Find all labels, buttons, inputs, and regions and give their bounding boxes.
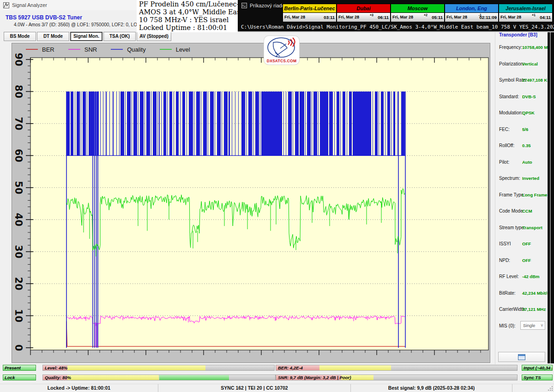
legend-swatch xyxy=(26,49,38,50)
resize-grip[interactable] xyxy=(548,386,553,391)
param-label: Pilot: xyxy=(499,160,509,165)
param-label: Spectrum: xyxy=(499,176,520,181)
legend-label: BER xyxy=(42,46,54,53)
param-value: 42,234 Mbit/s xyxy=(522,291,549,296)
param-symbol-rate: Symbol Rate:27497,108 KS/s xyxy=(495,72,548,89)
tuner-name: TBS 5927 USB DVB-S2 Tuner xyxy=(6,14,82,21)
clock-time: 04:11 xyxy=(540,15,551,20)
quality-gauge-label: Quality: 80% xyxy=(45,375,71,380)
gauge-zone-yellow xyxy=(67,365,205,370)
param-value: CCM xyxy=(522,208,532,214)
clock-date: Fri, Mar 28 xyxy=(446,15,467,19)
tab-signal-mon[interactable]: Signal Mon. xyxy=(70,32,102,41)
tab-dt-mode[interactable]: DT Mode xyxy=(37,32,69,41)
snr-gauge: SNR: 9,7 dB (Margin: 3,2 dB | Poor) xyxy=(276,374,518,380)
clock-date: Fri, Mar 28 xyxy=(500,15,521,19)
legend-label: Quality xyxy=(127,46,145,53)
param-label: Polarization: xyxy=(499,61,524,66)
param-value: OFF xyxy=(522,241,531,246)
clock-dubai: DubaiFri, Mar 28+306:11 xyxy=(337,4,391,22)
y-axis-label: 40 xyxy=(13,213,24,226)
clock-london-eng: London, EngFri, Mar 28-102:11:09 xyxy=(445,4,499,22)
param-label: Code Mode: xyxy=(499,208,524,214)
param-rolloff: RollOff:0.35 xyxy=(495,138,548,154)
legend-item-quality: Quality xyxy=(111,46,145,53)
param-fec: FEC:5/6 xyxy=(495,122,548,138)
legend-swatch xyxy=(111,49,123,50)
param-frame-type: Frame Type:Long Frame xyxy=(495,187,548,204)
param-value: 0.35 xyxy=(522,143,531,148)
note-line: PF Prodelin 450 cm/Lučenec-Slovakia xyxy=(139,0,235,8)
param-value: Vertical xyxy=(522,61,538,66)
ber-gauge: BER: 4,2E-4 xyxy=(276,365,518,371)
param-value: DVB-S xyxy=(522,94,536,99)
signal-analyzer-window: Signal Analyzer TBS 5927 USB DVB-S2 Tune… xyxy=(0,0,554,392)
gauge-zone-gray xyxy=(229,375,275,380)
legend-item-level: Level xyxy=(160,46,190,53)
y-axis-label: 30 xyxy=(13,245,24,258)
mis-select[interactable]: Single∨ xyxy=(520,321,545,330)
param-frequency: Frequency:10758,400 MHz xyxy=(495,40,548,56)
tab-bs-mode[interactable]: BS Mode xyxy=(4,32,36,41)
legend-swatch xyxy=(160,49,172,50)
clock-time: 02:11:09 xyxy=(479,15,497,20)
tab-av-stopped[interactable]: AV (Stopped) xyxy=(137,32,171,41)
param-value: Transport xyxy=(522,225,542,230)
legend-label: Level xyxy=(176,46,190,53)
status-best-signal: Best signal: 9,9 dB (2025-03-28 02:34) xyxy=(351,384,512,392)
clock-time: 06:11 xyxy=(378,15,389,20)
dxsatcs-logo: DXSATCS.COM xyxy=(264,36,299,65)
param-label: ISSYI xyxy=(499,241,511,246)
tab-tsa-ok[interactable]: TSA (OK) xyxy=(103,32,136,41)
note-line: 10 758 MHz-V : YES israel xyxy=(139,16,235,24)
window-title: Signal Analyzer xyxy=(12,2,47,8)
param-value: 37,121 MHz xyxy=(522,307,546,312)
terminal-window: Príkazový riadok Berlin-Paris-LučenecFri… xyxy=(238,0,554,32)
chevron-down-icon: ∨ xyxy=(540,321,543,329)
present-badge: Present xyxy=(3,365,36,371)
clock-city: Jerusalem-Israel xyxy=(499,4,552,13)
chart-panel: BERSNRQualityLevel 0102030405060708090 xyxy=(12,43,490,363)
terminal-titlebar[interactable]: Príkazový riadok xyxy=(241,3,287,8)
param-stream-type: Stream type:Transport xyxy=(495,220,548,237)
param-value: OFF xyxy=(522,258,531,263)
mode-tabs: BS ModeDT ModeSignal Mon.TSA (OK)AV (Sto… xyxy=(4,32,171,41)
clock-time: 03:11 xyxy=(324,15,335,20)
snr-gauge-label: SNR: 9,7 dB (Margin: 3,2 dB | Poor) xyxy=(278,375,351,380)
clock-date: Fri, Mar 28 xyxy=(392,15,413,19)
satellite-dish-icon xyxy=(264,36,299,58)
param-carrierwidth: CarrierWidth:37,121 MHz xyxy=(495,302,548,318)
clock-time: 05:11 xyxy=(432,15,443,20)
y-axis-label: 60 xyxy=(13,149,24,162)
list-icon xyxy=(518,354,525,360)
clock-city: Berlin-Paris-Lučenec xyxy=(283,4,336,13)
transponder-sidebar: Transponder [B3] Frequency:10758,400 MHz… xyxy=(495,27,548,364)
param-label: Modulation: xyxy=(499,110,523,115)
param-label: Stream type: xyxy=(499,225,525,230)
param-label: FEC: xyxy=(499,127,510,132)
param-value: Inverted xyxy=(522,176,539,181)
param-label: Frame Type: xyxy=(499,192,525,197)
tuner-config: 4.0W - Amos 3/7 (ID: 3560) @ LOF1: 97500… xyxy=(14,22,152,27)
gauge-zone-gray xyxy=(205,365,274,370)
clock-utc-offset: +3 xyxy=(370,13,373,17)
clock-jerusalem-israel: Jerusalem-IsraelFri, Mar 28+104:11 xyxy=(499,4,553,22)
param-pilot: Pilot:Auto xyxy=(495,154,548,171)
background-window-strip xyxy=(548,0,554,363)
param-value: 5/6 xyxy=(522,127,528,132)
param-issyi: ISSYIOFF xyxy=(495,236,548,253)
param-label: MIS (0): xyxy=(499,323,516,328)
ber-gauge-label: BER: 4,2E-4 xyxy=(278,365,303,371)
antenna-note-overlay: PF Prodelin 450 cm/Lučenec-SlovakiaAMOS … xyxy=(137,0,238,32)
lock-badge: Lock xyxy=(3,374,36,380)
world-clocks: Berlin-Paris-LučenecFri, Mar 2803:11Duba… xyxy=(283,4,553,22)
param-label: RollOff: xyxy=(499,143,514,148)
legend-label: SNR xyxy=(84,46,97,53)
param-label: Standard: xyxy=(499,94,519,99)
transponder-list-button[interactable] xyxy=(498,352,545,362)
param-bitrate: BitRate:42,234 Mbit/s xyxy=(495,285,548,302)
param-spectrum: Spectrum:Inverted xyxy=(495,171,548,187)
param-value: Long Frame xyxy=(522,192,547,197)
transponder-params: Frequency:10758,400 MHzPolarization:Vert… xyxy=(495,40,548,334)
param-label: BitRate: xyxy=(499,291,516,296)
